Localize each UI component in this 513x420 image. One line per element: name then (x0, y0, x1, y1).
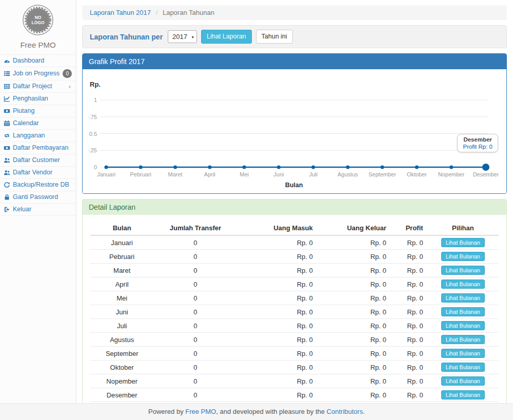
table-cell: Rp. 0 (317, 264, 390, 277)
footer-link-free-pmo[interactable]: Free PMO (185, 408, 216, 415)
data-point-juni[interactable] (277, 166, 281, 169)
table-cell: Rp. 0 (390, 374, 427, 388)
data-point-nopember[interactable] (449, 166, 453, 169)
sidebar-link[interactable]: Daftar Vendor (0, 167, 76, 178)
data-point-maret[interactable] (173, 166, 177, 169)
lihat-bulanan-button[interactable]: Lihat Bulanan (441, 349, 485, 358)
table-cell: 0 (153, 347, 237, 361)
sidebar-link[interactable]: Langganan (0, 130, 76, 142)
table-cell: Rp. 0 (238, 277, 317, 291)
sidebar-link[interactable]: Penghasilan (0, 93, 76, 105)
table-cell-actions: Lihat Bulanan (427, 277, 499, 291)
lihat-bulanan-button[interactable]: Lihat Bulanan (441, 376, 485, 386)
chevron-left-icon: ‹ (69, 83, 71, 90)
table-cell: 0 (153, 235, 237, 250)
table-cell: Rp. 0 (390, 347, 427, 361)
table-cell: Rp. 0 (238, 264, 317, 277)
sidebar-item-piutang: Piutang (0, 105, 76, 117)
sidebar-link[interactable]: Daftar Pembayaran (0, 142, 76, 154)
lihat-bulanan-button[interactable]: Lihat Bulanan (441, 390, 485, 399)
detail-panel-body: BulanJumlah TransferUang MasukUang Kelua… (83, 215, 506, 420)
lihat-bulanan-button[interactable]: Lihat Bulanan (441, 335, 485, 344)
list-icon (4, 70, 10, 77)
profit-chart-panel: Grafik Profit 2017 Rp.10.750.50.250Janua… (82, 53, 507, 194)
table-cell: Rp. 0 (238, 305, 317, 319)
sidebar-item-backup-restore-db: Backup/Restore DB (0, 178, 76, 191)
x-tick-label: Maret (168, 171, 182, 177)
table-cell: Rp. 0 (317, 277, 390, 291)
x-axis-label: Bulan (285, 182, 303, 189)
sidebar-item-daftar-vendor: Daftar Vendor (0, 166, 76, 178)
sidebar-item-calendar: Calendar (0, 117, 76, 129)
table-row: Januari0Rp. 0Rp. 0Rp. 0Lihat Bulanan (90, 235, 499, 250)
lihat-bulanan-button[interactable]: Lihat Bulanan (441, 266, 485, 275)
table-row: Juni0Rp. 0Rp. 0Rp. 0Lihat Bulanan (90, 305, 499, 319)
sidebar-link[interactable]: Dashboard (0, 55, 76, 67)
table-cell: Rp. 0 (390, 319, 427, 333)
users-icon (4, 157, 10, 164)
tooltip-value: Profit Rp: 0 (463, 144, 492, 150)
breadcrumb-link[interactable]: Laporan Tahun 2017 (90, 9, 151, 16)
y-tick-label: 1 (94, 97, 97, 103)
table-cell: Rp. 0 (317, 333, 390, 347)
sidebar-item-dashboard: Dashboard (0, 54, 76, 67)
table-cell: Rp. 0 (390, 264, 427, 277)
app-logo: NO LOGO (0, 0, 76, 38)
data-point-juli[interactable] (311, 166, 315, 169)
table-cell: Rp. 0 (317, 361, 390, 374)
table-cell: Rp. 0 (317, 291, 390, 305)
lihat-bulanan-button[interactable]: Lihat Bulanan (441, 363, 485, 372)
sidebar-item-label: Dashboard (13, 57, 73, 65)
table-cell: Mei (90, 291, 153, 305)
data-point-januari[interactable] (105, 166, 108, 169)
lihat-bulanan-button[interactable]: Lihat Bulanan (441, 293, 485, 303)
sidebar-link[interactable]: Calendar (0, 117, 76, 129)
data-point-oktober[interactable] (415, 166, 419, 169)
lihat-bulanan-button[interactable]: Lihat Bulanan (441, 279, 485, 289)
table-cell: Rp. 0 (390, 361, 427, 374)
footer-link-contributors[interactable]: Contributors. (327, 408, 365, 415)
sidebar-item-label: Keluar (13, 206, 73, 213)
data-point-september[interactable] (381, 166, 384, 169)
table-header-row: BulanJumlah TransferUang MasukUang Kelua… (90, 221, 499, 235)
table-cell: Nopember (90, 374, 153, 388)
tooltip-label: Desember (463, 136, 492, 143)
sidebar-link[interactable]: Keluar (0, 204, 76, 215)
data-point-april[interactable] (208, 166, 211, 169)
calendar-icon (4, 120, 10, 127)
count-badge: 0 (63, 69, 72, 78)
sidebar-link[interactable]: Job on Progress0 (0, 67, 76, 80)
table-cell: 0 (153, 388, 237, 402)
lihat-laporan-button[interactable]: Lihat Laporan (201, 30, 251, 44)
data-point-agustus[interactable] (346, 166, 349, 169)
lihat-bulanan-button[interactable]: Lihat Bulanan (441, 252, 485, 261)
lihat-bulanan-button[interactable]: Lihat Bulanan (441, 321, 485, 330)
table-cell: Rp. 0 (317, 305, 390, 319)
sidebar-item-ganti-password: Ganti Password (0, 191, 76, 203)
money-icon (4, 145, 10, 151)
sidebar-item-label: Daftar Project (13, 83, 66, 90)
y-tick-label: 0.75 (89, 114, 97, 120)
year-select[interactable]: 2017 (168, 30, 197, 43)
lihat-bulanan-button[interactable]: Lihat Bulanan (441, 307, 485, 316)
sidebar-link[interactable]: Daftar Project‹ (0, 81, 76, 92)
lihat-bulanan-button[interactable]: Lihat Bulanan (441, 238, 485, 247)
data-point-mei[interactable] (243, 166, 246, 169)
table-cell: Agustus (90, 333, 153, 347)
table-cell-actions: Lihat Bulanan (427, 347, 499, 361)
sidebar-item-label: Daftar Pembayaran (13, 144, 73, 152)
x-tick-label: Pebruari (130, 171, 151, 177)
sidebar-link[interactable]: Daftar Customer (0, 154, 76, 166)
sidebar-link[interactable]: Backup/Restore DB (0, 179, 76, 191)
tahun-ini-button[interactable]: Tahun ini (256, 30, 293, 44)
sidebar-link[interactable]: Ganti Password (0, 191, 76, 203)
data-point-pebruari[interactable] (139, 166, 143, 169)
table-cell: Pebruari (90, 250, 153, 264)
data-point-desember[interactable] (482, 164, 489, 171)
x-tick-label: September (368, 171, 396, 177)
table-row: Nopember0Rp. 0Rp. 0Rp. 0Lihat Bulanan (90, 374, 499, 388)
table-cell: 0 (153, 305, 237, 319)
table-row: Mei0Rp. 0Rp. 0Rp. 0Lihat Bulanan (90, 291, 499, 305)
sidebar-link[interactable]: Piutang (0, 105, 76, 117)
table-cell-actions: Lihat Bulanan (427, 361, 499, 374)
